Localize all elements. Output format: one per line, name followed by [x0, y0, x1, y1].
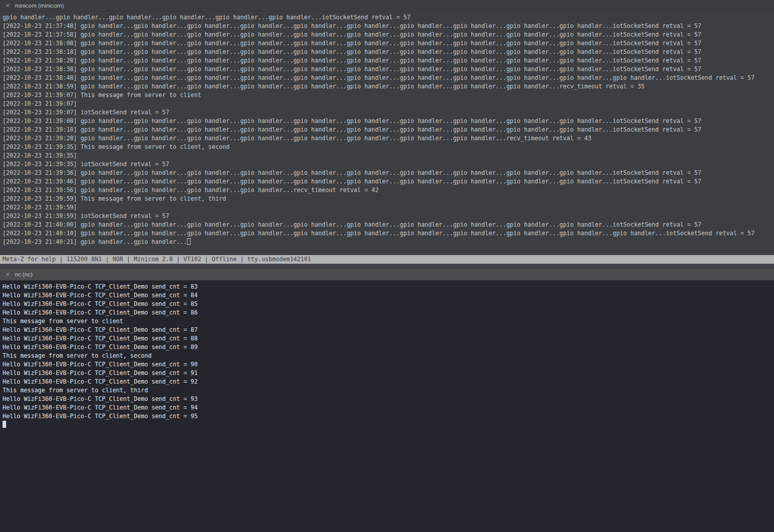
log-line: [2022-10-23 21:39:35] This message from …: [3, 143, 774, 151]
log-line-current-text: [2022-10-23 21:40:21] gpio handler...gpi…: [3, 238, 187, 245]
output-line: Hello WizFi360-EVB-Pico-C TCP_Client_Dem…: [3, 326, 774, 334]
log-line: [2022-10-23 21:39:46] gpio handler...gpi…: [3, 177, 774, 186]
log-line: gpio handler...gpio handler...gpio handl…: [3, 13, 774, 22]
close-icon[interactable]: ✕: [5, 3, 11, 9]
log-line: [2022-10-23 21:39:28] gpio handler...gpi…: [3, 134, 774, 143]
terminal-window: ✕ minicom (minicom) gpio handler...gpio …: [0, 0, 774, 532]
output-line: Hello WizFi360-EVB-Pico-C TCP_Client_Dem…: [3, 403, 774, 412]
log-line: [2022-10-23 21:40:10] gpio handler...gpi…: [3, 229, 774, 238]
terminal-pane-nc[interactable]: Hello WizFi360-EVB-Pico-C TCP_Client_Dem…: [0, 280, 774, 532]
log-line: [2022-10-23 21:39:59] iotSocketSend retv…: [3, 212, 774, 221]
log-line: [2022-10-23 21:39:08] gpio handler...gpi…: [3, 117, 774, 126]
log-line: [2022-10-23 21:39:07] This message from …: [3, 91, 774, 100]
output-line: This message from server to client, seco…: [3, 352, 774, 360]
log-line: [2022-10-23 21:39:07] iotSocketSend retv…: [3, 108, 774, 117]
log-line: [2022-10-23 21:38:08] gpio handler...gpi…: [3, 39, 774, 48]
log-line: [2022-10-23 21:39:56] gpio handler...gpi…: [3, 186, 774, 195]
output-line: This message from server to client, thir…: [3, 386, 774, 395]
log-line: [2022-10-23 21:39:18] gpio handler...gpi…: [3, 126, 774, 134]
log-line: [2022-10-23 21:40:00] gpio handler...gpi…: [3, 221, 774, 229]
output-line: Hello WizFi360-EVB-Pico-C TCP_Client_Dem…: [3, 308, 774, 317]
output-line: Hello WizFi360-EVB-Pico-C TCP_Client_Dem…: [3, 369, 774, 378]
output-line: Hello WizFi360-EVB-Pico-C TCP_Client_Dem…: [3, 412, 774, 421]
minicom-status-bar: Meta-Z for help | 115200 8N1 | NOR | Min…: [0, 255, 774, 264]
nc-output: Hello WizFi360-EVB-Pico-C TCP_Client_Dem…: [0, 280, 774, 421]
log-line: [2022-10-23 21:38:48] gpio handler...gpi…: [3, 74, 774, 82]
log-line: [2022-10-23 21:39:59]: [3, 203, 774, 212]
log-line: [2022-10-23 21:37:48] gpio handler...gpi…: [3, 22, 774, 30]
log-line: [2022-10-23 21:38:38] gpio handler...gpi…: [3, 65, 774, 74]
cursor-line: [0, 421, 774, 429]
log-line: [2022-10-23 21:37:58] gpio handler...gpi…: [3, 30, 774, 39]
output-line: Hello WizFi360-EVB-Pico-C TCP_Client_Dem…: [3, 343, 774, 352]
inactive-cursor: [187, 238, 191, 245]
tab-title-nc[interactable]: nc (nc): [15, 271, 33, 277]
terminal-pane-minicom[interactable]: gpio handler...gpio handler...gpio handl…: [0, 12, 774, 264]
output-line: Hello WizFi360-EVB-Pico-C TCP_Client_Dem…: [3, 283, 774, 291]
log-line: [2022-10-23 21:39:35]: [3, 151, 774, 160]
output-line: Hello WizFi360-EVB-Pico-C TCP_Client_Dem…: [3, 395, 774, 403]
log-line: [2022-10-23 21:39:59] This message from …: [3, 195, 774, 203]
output-line: Hello WizFi360-EVB-Pico-C TCP_Client_Dem…: [3, 360, 774, 369]
output-line: Hello WizFi360-EVB-Pico-C TCP_Client_Dem…: [3, 334, 774, 343]
minicom-log: gpio handler...gpio handler...gpio handl…: [0, 12, 774, 238]
output-line: Hello WizFi360-EVB-Pico-C TCP_Client_Dem…: [3, 378, 774, 386]
nc-tab-bar[interactable]: ✕ nc (nc): [0, 269, 774, 280]
log-line: [2022-10-23 21:39:36] gpio handler...gpi…: [3, 169, 774, 177]
close-icon[interactable]: ✕: [5, 271, 11, 278]
log-line: [2022-10-23 21:38:59] gpio handler...gpi…: [3, 82, 774, 91]
tab-title-minicom[interactable]: minicom (minicom): [15, 3, 64, 9]
minicom-tab-bar[interactable]: ✕ minicom (minicom): [0, 0, 774, 12]
log-line: [2022-10-23 21:38:28] gpio handler...gpi…: [3, 56, 774, 65]
pane-divider: [0, 264, 774, 269]
active-cursor: [3, 421, 6, 428]
log-line: [2022-10-23 21:39:35] iotSocketSend retv…: [3, 160, 774, 169]
log-line: [2022-10-23 21:39:07]: [3, 100, 774, 108]
output-line: This message from server to client: [3, 317, 774, 326]
output-line: Hello WizFi360-EVB-Pico-C TCP_Client_Dem…: [3, 300, 774, 308]
log-line: [2022-10-23 21:38:18] gpio handler...gpi…: [3, 48, 774, 56]
log-line-current: [2022-10-23 21:40:21] gpio handler...gpi…: [0, 238, 774, 246]
output-line: Hello WizFi360-EVB-Pico-C TCP_Client_Dem…: [3, 291, 774, 300]
